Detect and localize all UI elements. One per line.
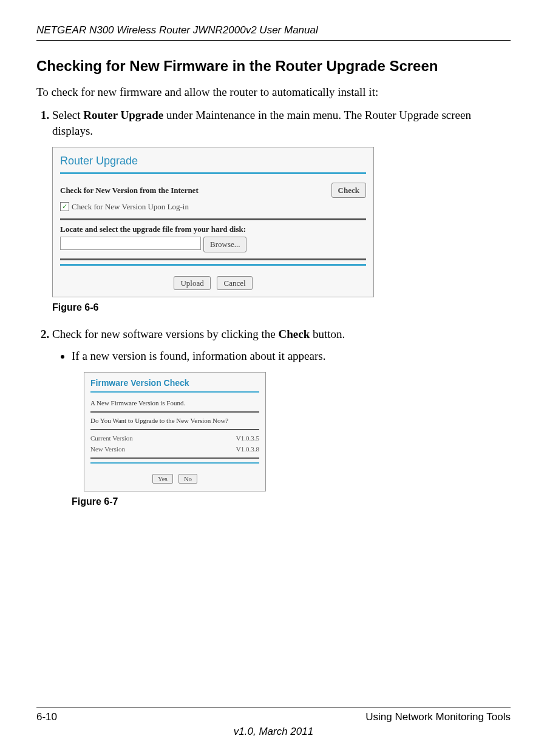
footer-row: 6-10 Using Network Monitoring Tools (36, 711, 511, 723)
checkbox-row: ✓ Check for New Version Upon Log-in (60, 201, 366, 212)
step-2: Check for new software versions by click… (52, 326, 511, 508)
upload-button[interactable]: Upload (174, 276, 210, 290)
new-version-value: V1.0.3.8 (236, 445, 259, 454)
footer-section: Using Network Monitoring Tools (365, 711, 511, 723)
firmware-found-text: A New Firmware Version is Found. (90, 399, 259, 408)
firmware-check-screenshot: Firmware Version Check A New Firmware Ve… (84, 372, 266, 491)
current-version-value: V1.0.3.5 (236, 434, 259, 443)
firmware-check-title: Firmware Version Check (90, 377, 259, 389)
router-upgrade-screenshot: Router Upgrade Check for New Version fro… (52, 147, 374, 297)
check-label: Check for New Version from the Internet (60, 185, 199, 196)
figure-6-7-caption: Figure 6-7 (72, 495, 511, 508)
current-version-row: Current Version V1.0.3.5 (90, 434, 259, 443)
locate-label: Locate and select the upgrade file from … (60, 224, 366, 235)
divider (90, 391, 259, 393)
section-heading: Checking for New Firmware in the Router … (36, 58, 511, 75)
file-row: Browse... (60, 237, 366, 252)
file-path-input[interactable] (60, 237, 201, 250)
check-row: Check for New Version from the Internet … (60, 183, 366, 198)
divider (60, 258, 366, 260)
page-number: 6-10 (36, 711, 57, 723)
action-row: Upload Cancel (60, 274, 366, 290)
divider (90, 411, 259, 413)
router-upgrade-title: Router Upgrade (60, 154, 366, 168)
browse-button[interactable]: Browse... (203, 237, 246, 252)
figure-6-6-caption: Figure 6-6 (52, 301, 511, 314)
steps-list: Select Router Upgrade under Maintenance … (36, 107, 511, 508)
step2-sub-text: If a new version is found, information a… (72, 349, 325, 362)
footer-version: v1.0, March 2011 (36, 726, 511, 738)
divider (60, 264, 366, 266)
page-footer: 6-10 Using Network Monitoring Tools v1.0… (36, 707, 511, 738)
divider (60, 172, 366, 174)
new-version-label: New Version (90, 445, 125, 454)
yes-button[interactable]: Yes (152, 474, 173, 484)
step2-text-before: Check for new software versions by click… (52, 328, 279, 340)
page-header: NETGEAR N300 Wireless Router JWNR2000v2 … (36, 24, 511, 41)
figure-6-6-block: Router Upgrade Check for New Version fro… (52, 147, 511, 314)
step-1: Select Router Upgrade under Maintenance … (52, 107, 511, 314)
new-version-row: New Version V1.0.3.8 (90, 445, 259, 454)
step2-sublist: If a new version is found, information a… (52, 348, 511, 508)
action-row: Yes No (90, 470, 259, 485)
divider (90, 462, 259, 464)
step2-text-after: button. (310, 328, 345, 340)
firmware-question-text: Do You Want to Upgrade to the New Versio… (90, 416, 259, 425)
divider (90, 429, 259, 430)
step1-bold: Router Upgrade (83, 109, 163, 121)
check-button[interactable]: Check (331, 183, 366, 198)
manual-title: NETGEAR N300 Wireless Router JWNR2000v2 … (36, 24, 318, 36)
divider (90, 457, 259, 459)
checkbox-label: Check for New Version Upon Log-in (72, 201, 189, 212)
no-button[interactable]: No (178, 474, 197, 484)
current-version-label: Current Version (90, 434, 133, 443)
step1-text-before: Select (52, 109, 83, 121)
divider (60, 218, 366, 220)
step2-sub-item: If a new version is found, information a… (72, 348, 511, 508)
intro-text: To check for new firmware and allow the … (36, 86, 511, 99)
cancel-button[interactable]: Cancel (217, 276, 252, 290)
figure-6-7-block: Firmware Version Check A New Firmware Ve… (72, 372, 511, 508)
manual-page: NETGEAR N300 Wireless Router JWNR2000v2 … (0, 0, 547, 756)
step2-bold: Check (279, 328, 310, 340)
checkbox-icon[interactable]: ✓ (60, 202, 69, 211)
